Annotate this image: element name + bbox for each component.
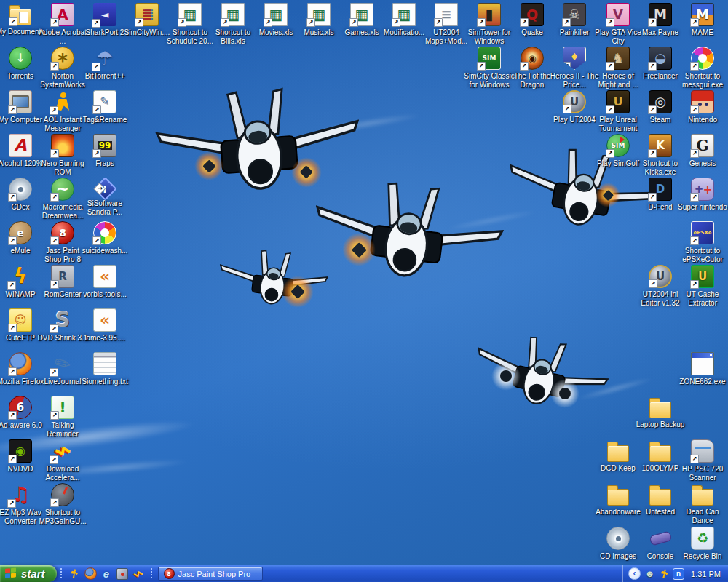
shortcut-arrow-icon bbox=[50, 498, 59, 507]
desktop-icon-label: SiSoftware Sandra P... bbox=[79, 199, 130, 217]
shortcut-arrow-icon bbox=[8, 324, 17, 332]
shortcut-arrow-icon bbox=[50, 62, 59, 71]
shortcut-arrow-icon bbox=[690, 280, 699, 289]
folder-icon bbox=[649, 402, 671, 418]
shortcut-arrow-icon bbox=[562, 18, 571, 27]
start-button-label: start bbox=[21, 567, 45, 580]
windows-logo-icon bbox=[5, 567, 17, 580]
desktop-icon-label: HP PSC 720 Scanner bbox=[677, 465, 728, 482]
desktop-icon-ut-cashe-extractor[interactable]: UT Cashe Extractor bbox=[677, 265, 728, 308]
umbrella-icon bbox=[93, 47, 116, 70]
taskbar-button-jasc-paint-shop-pro[interactable]: Jasc Paint Shop Pro bbox=[158, 567, 263, 581]
desktop-icon-laptop-backup[interactable]: Laptop Backup bbox=[635, 396, 686, 429]
acrobat-icon bbox=[51, 3, 74, 26]
dvdshrink-icon bbox=[51, 308, 74, 332]
desktop-icon-nintendo[interactable]: Nintendo bbox=[677, 90, 728, 124]
desktop-icon-vorbis-tools[interactable]: vorbis-tools... bbox=[79, 265, 130, 299]
desktop-icon-shortcut-to-epsxecutor[interactable]: Shortcut to ePSXeCutor bbox=[677, 221, 728, 264]
globe-icon bbox=[9, 47, 32, 70]
shortcut-arrow-icon bbox=[50, 324, 58, 333]
shortcut-arrow-icon bbox=[690, 105, 699, 114]
quick-launch-handle[interactable] bbox=[60, 568, 62, 579]
uorb-icon bbox=[649, 265, 672, 288]
task-button-label: Jasc Paint Shop Pro bbox=[178, 570, 251, 578]
mydocs-icon bbox=[9, 9, 31, 25]
psp-icon bbox=[51, 221, 74, 244]
skull-icon bbox=[563, 3, 586, 26]
shortcut-arrow-icon bbox=[8, 193, 17, 202]
media-app-quick-launch-icon[interactable] bbox=[116, 568, 128, 580]
aim-quick-launch-icon[interactable] bbox=[68, 567, 81, 580]
desktop-icon-recycle-bin[interactable]: Recycle Bin bbox=[677, 527, 728, 561]
dragoneye-icon bbox=[521, 47, 544, 70]
desktop-icon-dead-can-dance[interactable]: Dead Can Dance bbox=[677, 483, 728, 525]
shortcut-arrow-icon bbox=[477, 18, 486, 27]
folder-icon bbox=[692, 489, 713, 506]
shortcut-arrow-icon bbox=[50, 193, 59, 202]
shortcut-arrow-icon bbox=[50, 280, 59, 289]
desktop-icon-talking-reminder[interactable]: Talking Reminder bbox=[37, 396, 88, 439]
desktop-icon-label: Nintendo bbox=[677, 116, 728, 124]
desktop-wallpaper: My DocumentsAdobe Acrobat ...SharkPort 2… bbox=[0, 0, 728, 565]
desktop-icon-shortcut-to-mp3gaingu[interactable]: Shortcut to MP3GainGU... bbox=[37, 483, 88, 526]
shortcut-arrow-icon bbox=[648, 149, 657, 158]
internet-explorer-quick-launch-icon[interactable] bbox=[100, 567, 113, 580]
genesis-icon bbox=[691, 134, 714, 157]
shortcut-arrow-icon bbox=[690, 62, 699, 71]
cd-icon bbox=[9, 178, 32, 201]
shortcut-arrow-icon bbox=[92, 63, 100, 71]
txt-icon bbox=[93, 352, 116, 375]
desktop-icon-siomething-txt[interactable]: Siomething.txt bbox=[79, 352, 130, 386]
start-button[interactable]: start bbox=[0, 565, 57, 582]
knob-icon bbox=[51, 483, 74, 506]
firefox-quick-launch-icon[interactable] bbox=[84, 567, 97, 580]
desktop-icon-shortcut-to-messgui-exe[interactable]: Shortcut to messgui.exe bbox=[677, 47, 728, 89]
shortcut-arrow-icon bbox=[606, 62, 614, 71]
console-icon bbox=[649, 527, 672, 550]
desktop-icon-suicidewash[interactable]: suicidewash... bbox=[79, 221, 130, 255]
desktop-icon-super-nintendo[interactable]: Super nintendo bbox=[677, 178, 728, 212]
desktop-icon-genesis[interactable]: Genesis bbox=[677, 134, 728, 168]
shortcut-arrow-icon bbox=[690, 149, 699, 158]
desktop-icon-sisoftware-sandra-p[interactable]: SiSoftware Sandra P... bbox=[79, 178, 130, 217]
desktop-icon-fraps[interactable]: Fraps bbox=[79, 134, 130, 168]
mario-icon bbox=[691, 90, 714, 113]
cuteftp-icon bbox=[9, 308, 32, 332]
desktop-icon-zone662-exe[interactable]: ZONE662.exe bbox=[677, 352, 728, 386]
computer-icon bbox=[9, 90, 32, 113]
download-accelerator-quick-launch-icon[interactable] bbox=[132, 567, 144, 580]
desktop-icon-label: suicidewash... bbox=[79, 247, 130, 255]
quake-icon bbox=[521, 3, 544, 26]
shortcut-arrow-icon bbox=[690, 236, 699, 245]
shortcut-arrow-icon bbox=[50, 18, 59, 27]
aim-tray-icon[interactable] bbox=[658, 567, 670, 580]
shortcut-arrow-icon bbox=[50, 455, 58, 464]
taskbar-clock[interactable]: 1:31 PM bbox=[687, 570, 728, 578]
shortcut-arrow-icon bbox=[178, 18, 186, 27]
desktop-icon-hp-psc-720-scanner[interactable]: HP PSC 720 Scanner bbox=[677, 439, 728, 482]
desktop-icon-lame-3-95[interactable]: lame-3.95.... bbox=[79, 308, 130, 343]
desktop-icon-tag-rename[interactable]: Tag&Rename bbox=[79, 90, 130, 124]
alcohol-icon bbox=[9, 134, 32, 157]
desktop-icon-label: ZONE662.exe bbox=[677, 378, 728, 386]
snes-icon bbox=[691, 178, 714, 201]
desktop-icon-download-accelera[interactable]: Download Accelera... bbox=[37, 439, 88, 482]
wheel-icon bbox=[93, 221, 116, 244]
sheet-icon bbox=[392, 3, 416, 26]
shortcut-arrow-icon bbox=[8, 411, 17, 420]
shortcut-arrow-icon bbox=[690, 18, 699, 27]
desktop-icon-label: Tag&Rename bbox=[79, 116, 130, 124]
uorb-icon bbox=[563, 90, 586, 113]
messenger-tray-icon[interactable] bbox=[644, 567, 656, 580]
folder-icon bbox=[649, 489, 671, 506]
desktop-icon-bittorrent[interactable]: BitTorrent++ bbox=[79, 47, 130, 81]
task-area-handle[interactable] bbox=[151, 568, 152, 579]
talkingrem-icon bbox=[51, 396, 74, 419]
shortcut-arrow-icon bbox=[520, 62, 529, 71]
msn-tray-icon[interactable] bbox=[673, 568, 684, 580]
shortcut-arrow-icon bbox=[50, 236, 59, 245]
shortcut-arrow-icon bbox=[349, 18, 358, 27]
desktop-icon-mame[interactable]: MAME bbox=[677, 3, 728, 37]
hide-inactive-icons-chevron[interactable] bbox=[628, 567, 641, 580]
diamond-icon bbox=[93, 177, 117, 201]
